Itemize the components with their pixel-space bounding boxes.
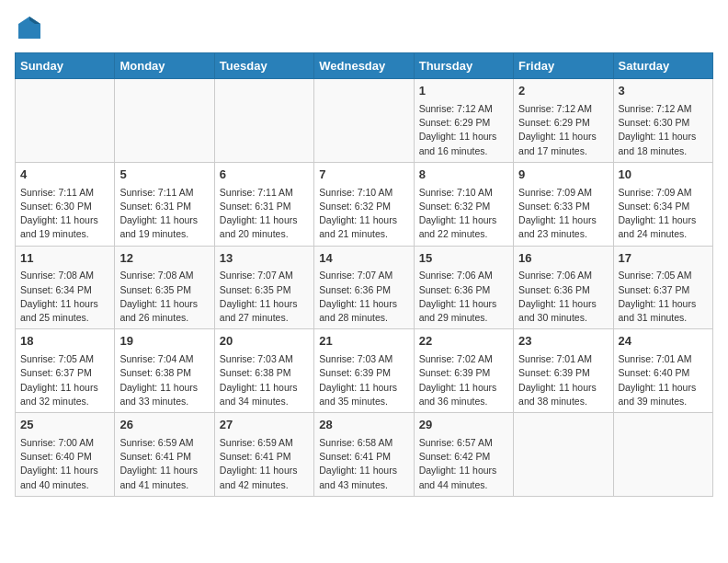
col-header-tuesday: Tuesday (214, 53, 313, 79)
day-cell: 13Sunrise: 7:07 AM Sunset: 6:35 PM Dayli… (214, 246, 313, 329)
day-cell: 25Sunrise: 7:00 AM Sunset: 6:40 PM Dayli… (16, 413, 115, 497)
day-number: 28 (319, 417, 408, 434)
day-number: 10 (619, 167, 708, 184)
col-header-sunday: Sunday (16, 53, 115, 79)
day-number: 5 (119, 167, 209, 184)
day-cell: 8Sunrise: 7:10 AM Sunset: 6:32 PM Daylig… (414, 162, 513, 246)
day-info: Sunrise: 7:04 AM Sunset: 6:38 PM Dayligh… (119, 352, 209, 408)
day-cell: 28Sunrise: 6:58 AM Sunset: 6:41 PM Dayli… (314, 413, 414, 497)
day-cell: 1Sunrise: 7:12 AM Sunset: 6:29 PM Daylig… (414, 79, 513, 163)
day-info: Sunrise: 7:01 AM Sunset: 6:40 PM Dayligh… (619, 352, 708, 408)
day-number: 13 (220, 250, 309, 268)
logo (15, 15, 42, 45)
week-row-3: 11Sunrise: 7:08 AM Sunset: 6:34 PM Dayli… (16, 246, 713, 329)
logo-icon (17, 15, 42, 40)
day-cell: 5Sunrise: 7:11 AM Sunset: 6:31 PM Daylig… (115, 162, 214, 246)
day-cell: 23Sunrise: 7:01 AM Sunset: 6:39 PM Dayli… (514, 329, 613, 413)
day-number: 12 (119, 250, 209, 268)
day-info: Sunrise: 7:11 AM Sunset: 6:31 PM Dayligh… (119, 186, 209, 242)
day-number: 19 (119, 333, 209, 350)
day-cell: 22Sunrise: 7:02 AM Sunset: 6:39 PM Dayli… (414, 329, 513, 413)
day-number: 3 (619, 83, 708, 100)
week-row-4: 18Sunrise: 7:05 AM Sunset: 6:37 PM Dayli… (16, 329, 713, 413)
day-cell (613, 413, 712, 497)
day-number: 21 (319, 333, 408, 350)
day-cell: 29Sunrise: 6:57 AM Sunset: 6:42 PM Dayli… (414, 413, 513, 497)
col-header-monday: Monday (115, 53, 214, 79)
day-info: Sunrise: 7:08 AM Sunset: 6:34 PM Dayligh… (20, 269, 109, 325)
day-cell: 10Sunrise: 7:09 AM Sunset: 6:34 PM Dayli… (613, 162, 712, 246)
day-cell: 9Sunrise: 7:09 AM Sunset: 6:33 PM Daylig… (514, 162, 613, 246)
day-number: 4 (20, 167, 109, 184)
day-cell: 14Sunrise: 7:07 AM Sunset: 6:36 PM Dayli… (314, 246, 414, 329)
day-info: Sunrise: 6:57 AM Sunset: 6:42 PM Dayligh… (419, 436, 508, 492)
day-cell (115, 79, 214, 163)
day-info: Sunrise: 7:08 AM Sunset: 6:35 PM Dayligh… (119, 269, 209, 325)
day-info: Sunrise: 7:10 AM Sunset: 6:32 PM Dayligh… (319, 186, 408, 242)
col-header-thursday: Thursday (414, 53, 513, 79)
day-info: Sunrise: 7:12 AM Sunset: 6:30 PM Dayligh… (619, 102, 708, 158)
col-header-saturday: Saturday (613, 53, 712, 79)
week-row-5: 25Sunrise: 7:00 AM Sunset: 6:40 PM Dayli… (16, 413, 713, 497)
day-number: 6 (220, 167, 309, 184)
day-info: Sunrise: 7:03 AM Sunset: 6:38 PM Dayligh… (220, 352, 309, 408)
day-cell: 11Sunrise: 7:08 AM Sunset: 6:34 PM Dayli… (16, 246, 115, 329)
day-number: 25 (20, 417, 109, 434)
col-header-friday: Friday (514, 53, 613, 79)
day-number: 15 (419, 250, 508, 268)
day-info: Sunrise: 7:03 AM Sunset: 6:39 PM Dayligh… (319, 352, 408, 408)
day-cell: 3Sunrise: 7:12 AM Sunset: 6:30 PM Daylig… (613, 79, 712, 163)
day-number: 27 (220, 417, 309, 434)
day-cell: 21Sunrise: 7:03 AM Sunset: 6:39 PM Dayli… (314, 329, 414, 413)
day-info: Sunrise: 7:10 AM Sunset: 6:32 PM Dayligh… (419, 186, 508, 242)
day-number: 24 (619, 333, 708, 350)
day-cell: 27Sunrise: 6:59 AM Sunset: 6:41 PM Dayli… (214, 413, 313, 497)
day-info: Sunrise: 7:11 AM Sunset: 6:31 PM Dayligh… (220, 186, 309, 242)
day-cell: 18Sunrise: 7:05 AM Sunset: 6:37 PM Dayli… (16, 329, 115, 413)
day-number: 11 (20, 250, 109, 268)
day-number: 17 (619, 250, 708, 268)
day-number: 9 (518, 167, 608, 184)
day-info: Sunrise: 7:05 AM Sunset: 6:37 PM Dayligh… (20, 352, 109, 408)
day-info: Sunrise: 7:11 AM Sunset: 6:30 PM Dayligh… (20, 186, 109, 242)
day-cell: 12Sunrise: 7:08 AM Sunset: 6:35 PM Dayli… (115, 246, 214, 329)
col-header-wednesday: Wednesday (314, 53, 414, 79)
day-info: Sunrise: 7:12 AM Sunset: 6:29 PM Dayligh… (419, 102, 508, 158)
day-cell: 7Sunrise: 7:10 AM Sunset: 6:32 PM Daylig… (314, 162, 414, 246)
day-cell: 6Sunrise: 7:11 AM Sunset: 6:31 PM Daylig… (214, 162, 313, 246)
day-number: 2 (518, 83, 608, 100)
day-info: Sunrise: 6:58 AM Sunset: 6:41 PM Dayligh… (319, 436, 408, 492)
calendar-table: SundayMondayTuesdayWednesdayThursdayFrid… (15, 52, 713, 497)
day-info: Sunrise: 7:07 AM Sunset: 6:35 PM Dayligh… (220, 269, 309, 325)
day-number: 8 (419, 167, 508, 184)
page-header (15, 15, 713, 45)
day-info: Sunrise: 6:59 AM Sunset: 6:41 PM Dayligh… (220, 436, 309, 492)
day-info: Sunrise: 7:00 AM Sunset: 6:40 PM Dayligh… (20, 436, 109, 492)
day-number: 22 (419, 333, 508, 350)
week-row-2: 4Sunrise: 7:11 AM Sunset: 6:30 PM Daylig… (16, 162, 713, 246)
day-info: Sunrise: 7:12 AM Sunset: 6:29 PM Dayligh… (518, 102, 608, 158)
day-number: 23 (518, 333, 608, 350)
day-cell (16, 79, 115, 163)
day-cell: 17Sunrise: 7:05 AM Sunset: 6:37 PM Dayli… (613, 246, 712, 329)
day-cell: 15Sunrise: 7:06 AM Sunset: 6:36 PM Dayli… (414, 246, 513, 329)
day-number: 18 (20, 333, 109, 350)
day-info: Sunrise: 7:07 AM Sunset: 6:36 PM Dayligh… (319, 269, 408, 325)
day-info: Sunrise: 7:09 AM Sunset: 6:34 PM Dayligh… (619, 186, 708, 242)
day-number: 7 (319, 167, 408, 184)
day-cell (214, 79, 313, 163)
day-info: Sunrise: 7:05 AM Sunset: 6:37 PM Dayligh… (619, 269, 708, 325)
day-cell (314, 79, 414, 163)
day-cell: 24Sunrise: 7:01 AM Sunset: 6:40 PM Dayli… (613, 329, 712, 413)
day-cell: 19Sunrise: 7:04 AM Sunset: 6:38 PM Dayli… (115, 329, 214, 413)
day-number: 29 (419, 417, 508, 434)
day-info: Sunrise: 7:01 AM Sunset: 6:39 PM Dayligh… (518, 352, 608, 408)
day-number: 20 (220, 333, 309, 350)
day-cell: 2Sunrise: 7:12 AM Sunset: 6:29 PM Daylig… (514, 79, 613, 163)
day-number: 16 (518, 250, 608, 268)
day-cell: 4Sunrise: 7:11 AM Sunset: 6:30 PM Daylig… (16, 162, 115, 246)
day-cell: 16Sunrise: 7:06 AM Sunset: 6:36 PM Dayli… (514, 246, 613, 329)
day-number: 14 (319, 250, 408, 268)
day-info: Sunrise: 7:06 AM Sunset: 6:36 PM Dayligh… (419, 269, 508, 325)
day-info: Sunrise: 6:59 AM Sunset: 6:41 PM Dayligh… (119, 436, 209, 492)
